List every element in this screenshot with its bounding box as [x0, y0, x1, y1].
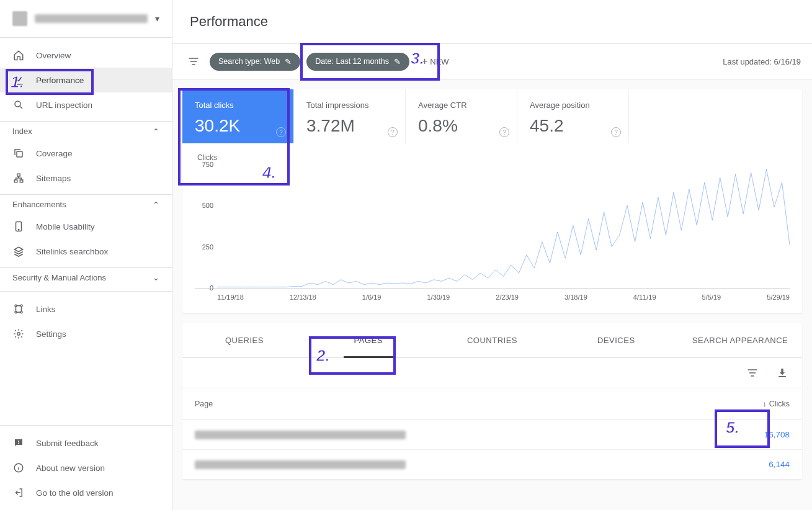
- search-type-label: Search type: Web: [218, 57, 280, 66]
- tab-devices[interactable]: DEVICES: [554, 323, 678, 357]
- metric-value: 0.8%: [418, 116, 504, 136]
- tab-queries[interactable]: QUERIES: [182, 323, 306, 357]
- sidebar-item-go-to-the-old-version[interactable]: Go to the old version: [0, 480, 172, 505]
- sidebar-item-label: URL inspection: [36, 101, 92, 110]
- property-name-blurred: [35, 14, 148, 23]
- sidebar-item-sitemaps[interactable]: Sitemaps: [0, 166, 172, 190]
- table-row[interactable]: 6,144: [182, 450, 802, 480]
- property-selector[interactable]: ▾: [0, 0, 172, 38]
- svg-rect-3: [14, 180, 17, 182]
- svg-point-8: [20, 305, 22, 306]
- y-axis: 0250500750: [195, 164, 213, 288]
- help-icon[interactable]: ?: [276, 127, 286, 137]
- table-row[interactable]: 16,708: [182, 420, 802, 450]
- links-icon: [12, 303, 25, 315]
- svg-rect-12: [18, 441, 19, 442]
- download-icon[interactable]: [772, 363, 792, 383]
- sidebar-item-submit-feedback[interactable]: Submit feedback: [0, 431, 172, 455]
- sidebar-item-label: Settings: [36, 329, 66, 339]
- metrics-row: Total clicks 30.2K ? Total impressions 3…: [182, 89, 802, 143]
- x-tick: 11/19/18: [217, 293, 244, 301]
- search-type-chip[interactable]: Search type: Web ✎: [210, 53, 300, 71]
- x-tick: 12/13/18: [290, 293, 316, 301]
- filter-icon[interactable]: [184, 51, 203, 71]
- metric-label: Average CTR: [418, 101, 504, 110]
- chevron-down-icon: ▾: [155, 14, 159, 24]
- page-url-blurred: [195, 460, 406, 469]
- sidebar-item-settings[interactable]: Settings: [0, 321, 172, 346]
- x-tick: 2/23/19: [496, 293, 519, 301]
- svg-point-0: [15, 101, 20, 107]
- sidebar-item-links[interactable]: Links: [0, 297, 172, 321]
- table-card: QUERIESPAGESCOUNTRIESDEVICESSEARCH APPEA…: [182, 323, 802, 480]
- filter-icon[interactable]: [743, 363, 762, 383]
- gear-icon: [12, 328, 25, 340]
- x-tick: 5/5/19: [702, 293, 721, 301]
- sidebar-item-label: About new version: [36, 463, 105, 473]
- section-enhancements[interactable]: Enhancements ⌄: [0, 194, 172, 214]
- tab-countries[interactable]: COUNTRIES: [431, 323, 555, 357]
- last-updated-label: Last updated: 6/16/19: [723, 57, 801, 66]
- sidebar-item-label: Links: [36, 305, 56, 314]
- chevron-icon: ⌄: [153, 273, 159, 282]
- svg-point-6: [18, 230, 19, 231]
- home-icon: [12, 49, 25, 61]
- sidebar-item-about-new-version[interactable]: About new version: [0, 455, 172, 480]
- sitemap-icon: [12, 172, 25, 184]
- sidebar-item-performance[interactable]: Performance: [0, 68, 172, 92]
- metric-value: 45.2: [530, 116, 616, 136]
- chevron-icon: ⌄: [153, 127, 159, 136]
- help-icon[interactable]: ?: [388, 127, 398, 137]
- sidebar-item-label: Performance: [36, 76, 84, 85]
- x-tick: 4/11/19: [633, 293, 656, 301]
- metric-value: 3.72M: [306, 116, 393, 136]
- svg-point-10: [20, 311, 22, 313]
- sort-arrow-down-icon: ↓: [762, 400, 766, 408]
- filter-bar: Search type: Web ✎ Date: Last 12 months …: [172, 44, 812, 79]
- chart-area: Clicks 0250500750 11/19/1812/13/181/6/19…: [182, 143, 802, 313]
- sidebar-item-label: Sitemaps: [36, 174, 71, 183]
- x-axis: 11/19/1812/13/181/6/191/30/192/23/193/18…: [217, 293, 790, 301]
- x-tick: 1/6/19: [362, 293, 381, 301]
- help-icon[interactable]: ?: [611, 127, 621, 137]
- tab-search-appearance[interactable]: SEARCH APPEARANCE: [678, 323, 802, 357]
- chart-container[interactable]: 0250500750: [195, 164, 790, 289]
- info-icon: [12, 462, 25, 474]
- metric-card-average-ctr[interactable]: Average CTR 0.8% ?: [406, 89, 517, 143]
- sidebar-item-mobile-usability[interactable]: Mobile Usability: [0, 214, 172, 239]
- row-clicks-value: 16,708: [764, 430, 790, 439]
- edit-icon: ✎: [285, 57, 292, 66]
- sidebar-item-url-inspection[interactable]: URL inspection: [0, 92, 172, 117]
- sidebar-item-label: Submit feedback: [36, 439, 99, 448]
- row-clicks-value: 6,144: [769, 460, 790, 469]
- feedback-icon: [12, 437, 25, 449]
- column-header-clicks[interactable]: ↓ Clicks: [762, 400, 790, 408]
- section-index[interactable]: Index ⌄: [0, 121, 172, 141]
- sidebar-item-label: Go to the old version: [36, 488, 114, 498]
- x-tick: 3/18/19: [564, 293, 587, 301]
- metric-card-total-clicks[interactable]: Total clicks 30.2K ?: [182, 89, 294, 143]
- svg-rect-1: [17, 151, 22, 157]
- svg-point-11: [17, 333, 20, 336]
- sidebar: ▾ Overview Performance URL inspection In…: [0, 0, 172, 510]
- search-icon: [12, 99, 25, 111]
- tab-pages[interactable]: PAGES: [306, 323, 431, 357]
- sidebar-item-sitelinks-searchbox[interactable]: Sitelinks searchbox: [0, 239, 172, 264]
- sidebar-item-label: Sitelinks searchbox: [36, 247, 108, 256]
- svg-point-7: [15, 305, 17, 306]
- tabs-row: QUERIESPAGESCOUNTRIESDEVICESSEARCH APPEA…: [182, 323, 802, 358]
- new-filter-button[interactable]: +NEW: [416, 52, 455, 71]
- page-url-blurred: [195, 431, 406, 439]
- date-chip[interactable]: Date: Last 12 months ✎: [306, 53, 409, 71]
- sidebar-item-coverage[interactable]: Coverage: [0, 141, 172, 166]
- section-security-manual-actions[interactable]: Security & Manual Actions ⌄: [0, 267, 172, 287]
- help-icon[interactable]: ?: [499, 127, 509, 137]
- column-header-page: Page: [195, 400, 213, 408]
- date-label: Date: Last 12 months: [315, 57, 389, 66]
- svg-rect-2: [17, 174, 20, 176]
- sidebar-item-overview[interactable]: Overview: [0, 43, 172, 68]
- metric-card-average-position[interactable]: Average position 45.2 ?: [517, 89, 629, 143]
- metric-card-total-impressions[interactable]: Total impressions 3.72M ?: [294, 89, 406, 143]
- mobile-icon: [12, 220, 25, 233]
- metric-label: Total impressions: [306, 101, 393, 110]
